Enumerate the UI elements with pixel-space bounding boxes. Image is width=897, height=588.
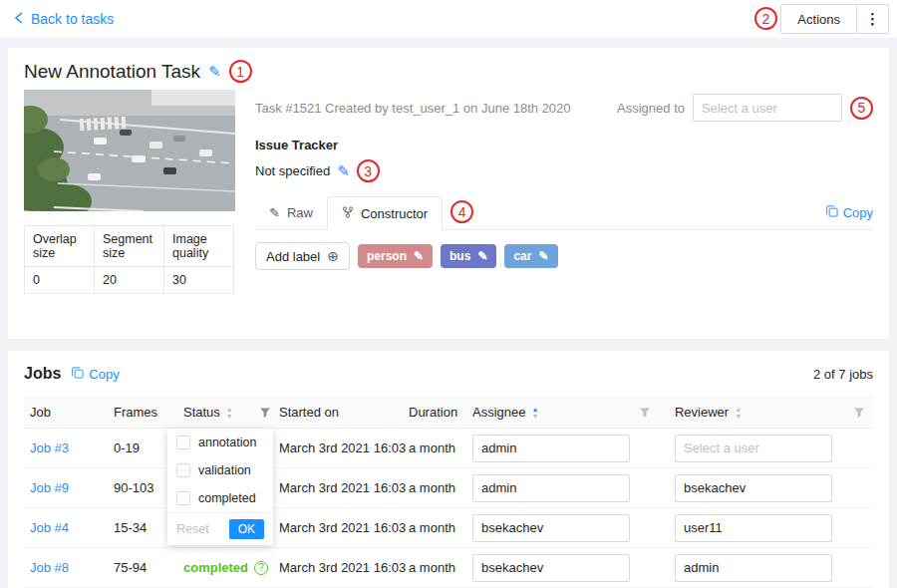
filter-option-completed[interactable]: completed (167, 484, 273, 512)
tab-raw-label: Raw (287, 205, 313, 220)
job-reviewer-input[interactable] (675, 474, 832, 502)
checkbox-icon[interactable] (176, 463, 190, 477)
param-header-segment: Segment size (95, 226, 164, 267)
task-preview-image (24, 90, 235, 211)
job-status-text: completed (183, 560, 248, 575)
filter-option-validation[interactable]: validation (167, 456, 273, 484)
param-value-segment: 20 (95, 267, 164, 294)
job-reviewer-input[interactable] (675, 514, 832, 542)
more-actions-button[interactable]: ⋮ (857, 4, 889, 34)
label-chip-car[interactable]: car ✎ (504, 244, 557, 268)
task-info-column: Task #1521 Created by test_user_1 on Jun… (255, 90, 873, 270)
col-reviewer-label: Reviewer (675, 405, 729, 420)
task-title-row: New Annotation Task ✎ 1 (24, 60, 252, 83)
actions-label: Actions (797, 12, 840, 27)
jobs-count: 2 of 7 jobs (813, 367, 873, 382)
reviewer-filter-icon[interactable] (853, 407, 865, 419)
job-link[interactable]: Job #3 (30, 441, 69, 455)
param-header-overlap: Overlap size (25, 226, 95, 267)
jobs-copy-link[interactable]: Copy (71, 366, 119, 382)
reviewer-sorter[interactable]: ▲ ▼ (735, 406, 742, 420)
jobs-card: Jobs Copy 2 of 7 jobs Job Frames Status … (8, 351, 889, 588)
copy-icon (825, 204, 838, 220)
label-chip-bus-text: bus (449, 249, 470, 263)
job-link[interactable]: Job #4 (30, 520, 69, 535)
labels-copy-link[interactable]: Copy (825, 204, 873, 220)
status-filter-icon[interactable] (259, 407, 271, 419)
col-started: Started on (279, 405, 409, 420)
filter-option-annotation[interactable]: annotation (167, 429, 273, 456)
back-chevron-icon (14, 11, 24, 27)
filter-ok-button[interactable]: OK (229, 519, 264, 539)
edit-issue-tracker-icon[interactable]: ✎ (337, 163, 350, 178)
job-assignee-input[interactable] (472, 554, 630, 582)
status-sorter[interactable]: ▲ ▼ (226, 406, 233, 420)
job-row: Job #4 15-34 March 3rd 2021 16:03 a mont… (24, 508, 873, 548)
annotation-circle-5: 5 (850, 97, 873, 120)
assignee-filter-icon[interactable] (639, 407, 651, 419)
job-link[interactable]: Job #8 (30, 560, 69, 575)
task-title: New Annotation Task (24, 61, 200, 83)
col-job: Job (24, 405, 114, 420)
col-status: Status ▲ ▼ (183, 405, 279, 420)
add-label-button[interactable]: Add label ⊕ (255, 242, 350, 270)
edit-label-car-icon[interactable]: ✎ (538, 250, 548, 262)
assignee-sorter[interactable]: ▲ ▼ (531, 406, 538, 420)
label-editor-tabs: ✎ Raw Constructor 4 (255, 194, 873, 230)
job-row: Job #3 0-19 March 3rd 2021 16:03 a month (24, 429, 873, 468)
top-bar: Back to tasks 2 Actions ⋮ (0, 0, 897, 38)
checkbox-icon[interactable] (176, 436, 190, 449)
caret-down-icon: ▼ (226, 413, 233, 420)
checkbox-icon[interactable] (176, 491, 190, 505)
col-assignee: Assignee ▲ ▼ (472, 405, 675, 420)
job-assignee-input[interactable] (472, 435, 630, 462)
issue-tracker-row: Not specified ✎ 3 (255, 159, 873, 182)
jobs-table: Job Frames Status ▲ ▼ Started on Duratio… (24, 397, 873, 588)
tab-raw[interactable]: ✎ Raw (255, 195, 327, 229)
actions-button-group: Actions ⋮ (780, 4, 889, 34)
job-row: Job #9 90-103 March 3rd 2021 16:03 a mon… (24, 468, 873, 508)
status-filter-dropdown: annotation validation completed Reset OK (167, 429, 273, 545)
edit-label-bus-icon[interactable]: ✎ (477, 250, 487, 262)
col-assignee-label: Assignee (472, 405, 525, 420)
actions-button[interactable]: Actions (780, 4, 857, 34)
job-duration: a month (409, 560, 472, 575)
issue-tracker-value: Not specified (255, 163, 330, 178)
assigned-to-label: Assigned to (617, 101, 685, 116)
param-value-overlap: 0 (25, 267, 95, 294)
job-assignee-input[interactable] (472, 474, 630, 502)
labels-copy-label: Copy (843, 205, 873, 220)
job-frames: 75-94 (114, 560, 183, 575)
task-meta-row: Task #1521 Created by test_user_1 on Jun… (255, 94, 873, 122)
task-meta: Task #1521 Created by test_user_1 on Jun… (255, 101, 609, 116)
issue-tracker-label: Issue Tracker (255, 138, 873, 152)
annotation-circle-4: 4 (450, 200, 473, 223)
caret-down-icon: ▼ (531, 413, 538, 420)
edit-title-icon[interactable]: ✎ (208, 64, 221, 79)
label-chip-person[interactable]: person ✎ (358, 244, 433, 268)
label-chip-bus[interactable]: bus ✎ (441, 244, 496, 268)
annotation-circle-1: 1 (229, 60, 252, 83)
caret-down-icon: ▼ (735, 413, 742, 420)
annotation-circle-3: 3 (357, 159, 380, 182)
job-started: March 3rd 2021 16:03 (279, 480, 409, 495)
label-chip-person-text: person (367, 249, 407, 263)
job-reviewer-input[interactable] (675, 435, 832, 462)
plus-circle-icon: ⊕ (327, 249, 339, 263)
tab-constructor[interactable]: Constructor (327, 196, 443, 230)
job-reviewer-input[interactable] (675, 554, 832, 582)
task-assignee-select[interactable] (693, 94, 842, 122)
vertical-dots-icon: ⋮ (865, 10, 880, 28)
caret-up-icon: ▲ (735, 406, 742, 413)
filter-reset-button[interactable]: Reset (176, 522, 209, 536)
constructor-icon (342, 206, 354, 220)
question-circle-icon[interactable]: ? (254, 561, 268, 575)
job-link[interactable]: Job #9 (30, 480, 69, 495)
back-to-tasks-link[interactable]: Back to tasks (14, 0, 114, 38)
edit-label-person-icon[interactable]: ✎ (414, 250, 424, 262)
jobs-copy-label: Copy (89, 367, 119, 382)
job-duration: a month (409, 520, 472, 535)
jobs-title: Jobs (24, 365, 61, 383)
job-assignee-input[interactable] (472, 514, 630, 542)
col-status-label: Status (183, 405, 220, 420)
